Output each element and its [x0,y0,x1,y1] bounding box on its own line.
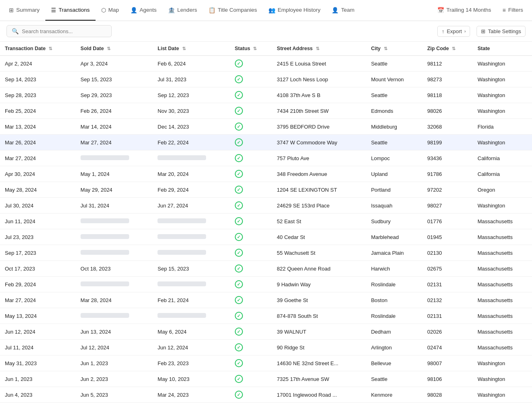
cell-list-date: Mar 20, 2024 [153,166,230,182]
cell-street-address: 1204 SE LEXINGTON ST [272,182,366,198]
status-active-icon: ✓ [235,170,243,178]
cell-status: ✓ [230,277,272,292]
table-row[interactable]: Sep 14, 2023Sep 15, 2023Jul 31, 2023✓312… [0,72,532,87]
table-row[interactable]: Sep 17, 2023✓55 Wachusett StJamaica Plai… [0,245,532,261]
table-row[interactable]: Mar 13, 2024Mar 14, 2024Dec 14, 2023✓379… [0,119,532,135]
tab-employee-history[interactable]: 👥 Employee History [263,0,326,21]
table-settings-icon: ⊞ [481,28,485,34]
cell-transaction-date: Feb 29, 2024 [0,277,76,292]
cell-transaction-date: May 31, 2023 [0,355,76,371]
tab-map[interactable]: ⬡ Map [96,0,125,21]
tab-agents-label: Agents [140,7,157,13]
tab-title-companies[interactable]: 📋 Title Companies [203,0,263,21]
table-row[interactable]: May 28, 2024May 29, 2024Feb 29, 2024✓120… [0,182,532,198]
status-active-icon: ✓ [235,233,243,241]
cell-city: Boston [366,292,422,308]
col-header-state[interactable]: State [473,42,532,56]
cell-city: Upland [366,166,422,182]
transactions-table: Transaction Date ⇅ Sold Date ⇅ List Date… [0,42,532,405]
cell-zip-code: 02130 [422,245,472,261]
table-row[interactable]: Jun 4, 2023Jun 5, 2023Mar 24, 2023✓17001… [0,387,532,403]
tab-filters-label: Filters [508,7,523,13]
status-active-icon: ✓ [235,280,243,288]
table-settings-button[interactable]: ⊞ Table Settings [477,26,526,37]
cell-zip-code: 98273 [422,72,472,87]
tab-transactions[interactable]: ☰ Transactions [45,0,96,21]
table-row[interactable]: Mar 27, 2024Mar 28, 2024Feb 21, 2024✓39 … [0,292,532,308]
cell-transaction-date: Jul 11, 2024 [0,340,76,355]
cell-street-address: 3747 W Commodore Way [272,135,366,150]
cell-street-address: 2415 E Louisa Street [272,56,366,72]
table-row[interactable]: Feb 25, 2024Feb 26, 2024Nov 30, 2023✓743… [0,103,532,119]
status-active-icon: ✓ [235,249,243,257]
cell-list-date: Jun 23, 2022 [153,403,230,406]
cell-state: California [473,166,532,182]
cell-sold-date: Jun 6, 2023 [76,403,153,406]
tab-summary[interactable]: ⊞ Summary [3,0,45,21]
cell-sold-date: Jun 13, 2024 [76,324,153,340]
cell-zip-code: 98026 [422,103,472,119]
toolbar: 🔍 ↑ Export › ⊞ Table Settings [0,21,532,42]
table-row[interactable]: May 31, 2023Jun 1, 2023Feb 23, 2023✓1463… [0,355,532,371]
col-header-status[interactable]: Status ⇅ [230,42,272,56]
cell-city: Roslindale [366,277,422,292]
cell-status: ✓ [230,103,272,119]
export-button[interactable]: ↑ Export › [437,26,470,37]
cell-city: Mount Vernon [366,72,422,87]
cell-status: ✓ [230,214,272,229]
cell-street-address: 874-878 South St [272,308,366,324]
tab-lenders[interactable]: 🏦 Lenders [162,0,203,21]
table-row[interactable]: Apr 30, 2024May 1, 2024Mar 20, 2024✓348 … [0,166,532,182]
col-header-list-date[interactable]: List Date ⇅ [153,42,230,56]
table-row[interactable]: Jul 23, 2023✓40 Cedar StMarblehead01945M… [0,229,532,245]
table-container: Transaction Date ⇅ Sold Date ⇅ List Date… [0,42,532,405]
tab-team[interactable]: 👤 Team [326,0,360,21]
col-header-city[interactable]: City ⇅ [366,42,422,56]
cell-street-address: 516 S 51st Street [272,403,366,406]
cell-sold-date [76,277,153,292]
table-row[interactable]: Jun 1, 2023Jun 2, 2023May 10, 2023✓7325 … [0,371,532,387]
cell-state: Massachusetts [473,324,532,340]
col-header-sold-date[interactable]: Sold Date ⇅ [76,42,153,56]
cell-transaction-date: Mar 26, 2024 [0,135,76,150]
cell-list-date: Feb 6, 2024 [153,56,230,72]
cell-sold-date: May 1, 2024 [76,166,153,182]
table-row[interactable]: Mar 27, 2024✓757 Pluto AveLompoc93436Cal… [0,150,532,166]
table-row[interactable]: Sep 28, 2023Sep 29, 2023Sep 12, 2023✓410… [0,87,532,103]
col-header-street-address[interactable]: Street Address ⇅ [272,42,366,56]
table-row[interactable]: Jun 6, 2023Jun 6, 2023Jun 23, 2022✓516 S… [0,403,532,406]
sort-icon-status: ⇅ [253,46,257,51]
table-row[interactable]: Jun 11, 2024✓52 East StSudbury01776Massa… [0,214,532,229]
team-icon: 👤 [332,7,338,13]
tab-title-companies-label: Title Companies [218,7,257,13]
cell-state: Washington [473,371,532,387]
cell-transaction-date: Feb 25, 2024 [0,103,76,119]
table-row[interactable]: Apr 2, 2024Apr 3, 2024Feb 6, 2024✓2415 E… [0,56,532,72]
table-row[interactable]: Oct 17, 2023Oct 18, 2023Sep 15, 2023✓822… [0,261,532,277]
tab-agents[interactable]: 👤 Agents [125,0,162,21]
tab-trailing-months[interactable]: 📅 Trailing 14 Months [432,0,497,21]
table-row[interactable]: Jun 12, 2024Jun 13, 2024May 6, 2024✓39 W… [0,324,532,340]
table-row[interactable]: Feb 29, 2024✓9 Hadwin WayRoslindale02131… [0,277,532,292]
table-row[interactable]: Mar 26, 2024Mar 27, 2024Feb 22, 2024✓374… [0,135,532,150]
table-row[interactable]: May 13, 2024✓874-878 South StRoslindale0… [0,308,532,324]
status-active-icon: ✓ [235,359,243,367]
cell-sold-date: Jul 31, 2024 [76,198,153,214]
col-header-transaction-date[interactable]: Transaction Date ⇅ [0,42,76,56]
cell-city: Marblehead [366,229,422,245]
cell-list-date [153,214,230,229]
cell-transaction-date: Apr 30, 2024 [0,166,76,182]
cell-list-date: Sep 15, 2023 [153,261,230,277]
table-row[interactable]: Jul 11, 2024Jul 12, 2024Jun 12, 2024✓90 … [0,340,532,355]
tab-filters[interactable]: ≡ Filters [497,0,529,21]
table-body: Apr 2, 2024Apr 3, 2024Feb 6, 2024✓2415 E… [0,56,532,406]
cell-list-date: Jun 12, 2024 [153,340,230,355]
col-header-zip-code[interactable]: Zip Code ⇅ [422,42,472,56]
cell-state: Washington [473,387,532,403]
table-row[interactable]: Jul 30, 2024Jul 31, 2024Jun 27, 2024✓246… [0,198,532,214]
table-settings-label: Table Settings [488,28,521,34]
status-active-icon: ✓ [235,391,243,399]
search-input[interactable] [22,28,106,34]
search-box[interactable]: 🔍 [6,25,112,37]
cell-sold-date: Mar 28, 2024 [76,292,153,308]
